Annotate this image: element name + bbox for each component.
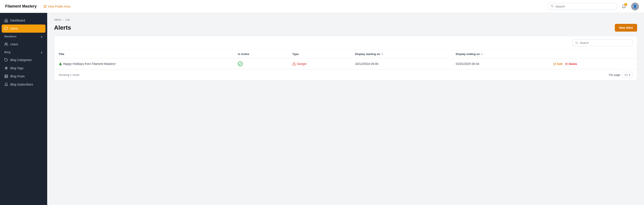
notification-button[interactable]: 0 <box>620 3 628 10</box>
table-toolbar <box>54 36 637 50</box>
alerts-icon <box>4 27 8 31</box>
notification-badge: 0 <box>624 3 627 6</box>
avatar[interactable]: 👤 <box>631 3 639 10</box>
sidebar-item-blog-subscribers[interactable]: Blog Subscribers <box>0 80 47 89</box>
per-page-select[interactable]: 10 ▾ <box>622 72 633 78</box>
sidebar: Dashboard Alerts Members ▲ Users Blog <box>0 13 47 205</box>
svg-line-6 <box>7 67 7 70</box>
edit-button[interactable]: Edit <box>554 62 562 66</box>
sidebar-item-blog-posts-label: Blog Posts <box>10 75 25 78</box>
trash-icon <box>565 63 568 65</box>
chevron-up-icon-blog: ▲ <box>40 51 43 54</box>
posts-icon <box>4 74 8 78</box>
home-icon <box>4 19 8 22</box>
search-input[interactable] <box>556 5 614 8</box>
col-is-active: Is Active <box>234 50 288 59</box>
new-alert-button[interactable]: New Alert <box>615 24 637 32</box>
edit-icon <box>554 63 556 65</box>
tag-icon <box>4 58 8 62</box>
action-buttons: Edit Delete <box>554 62 633 66</box>
page-title: Alerts <box>54 24 71 31</box>
per-page-control: Per page 10 ▾ <box>609 72 633 78</box>
table-search[interactable] <box>572 40 633 46</box>
sidebar-item-blog-categories[interactable]: Blog Categories <box>0 56 47 64</box>
external-link-icon <box>44 5 46 8</box>
sidebar-item-blog-subscribers-label: Blog Subscribers <box>10 83 33 86</box>
hash-icon <box>4 66 8 70</box>
alerts-table-card: Title Is Active Type Display starting on… <box>54 36 637 81</box>
sidebar-item-users-label: Users <box>10 43 18 46</box>
svg-rect-7 <box>5 75 8 78</box>
per-page-label: Per page <box>609 73 620 77</box>
header-right: 0 👤 <box>548 3 639 10</box>
col-type: Type <box>288 50 351 59</box>
sidebar-item-blog-tags-label: Blog Tags <box>10 66 24 70</box>
sidebar-item-blog-categories-label: Blog Categories <box>10 58 32 62</box>
showing-results: Showing 1 result <box>58 73 79 77</box>
top-header: Filament Mastery View Public Area 0 <box>0 0 644 13</box>
table-footer: Showing 1 result Per page 10 ▾ <box>54 69 637 80</box>
breadcrumb-separator: › <box>63 18 64 21</box>
active-status-icon <box>238 62 243 66</box>
col-actions <box>549 50 637 59</box>
sidebar-item-alerts[interactable]: Alerts <box>2 25 46 33</box>
sidebar-section-members[interactable]: Members ▲ <box>0 33 47 40</box>
svg-point-1 <box>5 43 6 44</box>
danger-icon <box>292 62 296 66</box>
chevron-down-icon: ▾ <box>629 73 630 77</box>
breadcrumb: Alerts › List <box>54 18 637 21</box>
cell-display-end: 01/01/2025 00:04 <box>452 59 550 69</box>
sidebar-item-blog-tags[interactable]: Blog Tags <box>0 64 47 72</box>
main-layout: Dashboard Alerts Members ▲ Users Blog <box>0 13 644 205</box>
app-title: Filament Mastery <box>5 4 37 9</box>
cell-title: 🎄 Happy Holidays from Filament Mastery! <box>54 59 234 69</box>
sidebar-item-dashboard-label: Dashboard <box>10 19 25 22</box>
sidebar-item-blog-posts[interactable]: Blog Posts <box>0 72 47 80</box>
col-display-end[interactable]: Display ending on ▼ <box>452 50 550 59</box>
sort-down-icon-end: ▼ <box>480 53 483 55</box>
col-title: Title <box>54 50 234 59</box>
alerts-table: Title Is Active Type Display starting on… <box>54 50 637 69</box>
search-icon <box>551 5 554 8</box>
breadcrumb-list: List <box>66 18 70 21</box>
cell-type: Danger <box>288 59 351 69</box>
header-left: Filament Mastery View Public Area <box>5 4 70 9</box>
table-search-icon <box>575 42 578 45</box>
blog-section-label: Blog <box>4 51 10 54</box>
table-search-input[interactable] <box>580 41 630 45</box>
sort-down-icon: ▼ <box>381 53 383 55</box>
sidebar-item-dashboard[interactable]: Dashboard <box>0 16 47 25</box>
table-row: 🎄 Happy Holidays from Filament Mastery! <box>54 59 637 69</box>
avatar-image: 👤 <box>631 3 639 10</box>
bell-sidebar-icon <box>4 83 8 86</box>
global-search[interactable] <box>548 3 616 10</box>
per-page-value: 10 <box>624 73 628 77</box>
members-section-label: Members <box>4 35 16 38</box>
cell-is-active <box>234 59 288 69</box>
svg-line-5 <box>6 67 6 70</box>
users-icon <box>4 42 8 46</box>
sidebar-section-blog[interactable]: Blog ▲ <box>0 48 47 56</box>
cell-display-start: 24/12/2024 00:00 <box>351 59 452 69</box>
breadcrumb-alerts[interactable]: Alerts <box>54 18 61 21</box>
delete-button[interactable]: Delete <box>565 62 577 66</box>
cell-actions: Edit Delete <box>549 59 637 69</box>
sidebar-item-alerts-label: Alerts <box>10 27 18 30</box>
sidebar-item-users[interactable]: Users <box>0 40 47 48</box>
main-content: Alerts › List Alerts New Alert <box>47 13 644 205</box>
view-public-button[interactable]: View Public Area <box>44 5 70 8</box>
page-header: Alerts New Alert <box>54 24 637 32</box>
chevron-up-icon: ▲ <box>40 35 43 38</box>
col-display-start[interactable]: Display starting on ▼ <box>351 50 452 59</box>
